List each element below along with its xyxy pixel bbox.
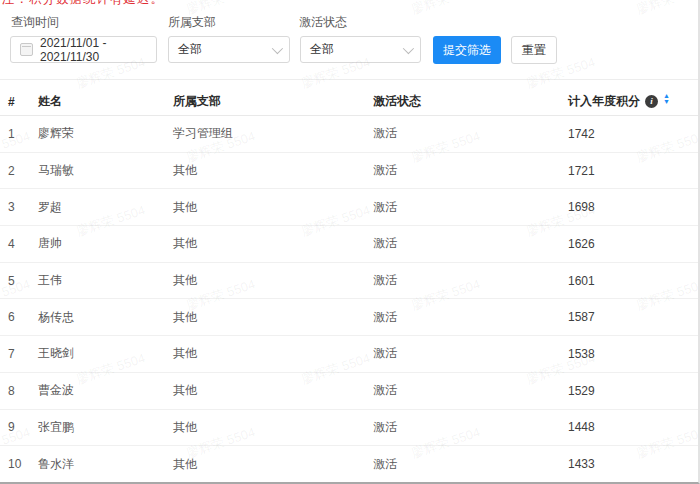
branch-filter-label: 所属支部 [168, 14, 216, 31]
reset-button[interactable]: 重置 [511, 36, 557, 64]
name-cell: 廖辉荣 [38, 125, 173, 142]
rank-cell: 8 [8, 384, 38, 398]
col-header-branch: 所属支部 [173, 93, 373, 110]
rank-cell: 10 [8, 457, 38, 471]
branch-cell: 其他 [173, 235, 373, 252]
points-cell: 1601 [568, 274, 700, 288]
chevron-down-icon [403, 42, 414, 53]
branch-cell: 其他 [173, 162, 373, 179]
table-row: 8 曹金波 其他 激活 1529 [0, 373, 700, 410]
status-cell: 激活 [373, 272, 568, 289]
points-cell: 1626 [568, 237, 700, 251]
name-cell: 唐帅 [38, 235, 173, 252]
chevron-down-icon [272, 42, 283, 53]
table-body: 1 廖辉荣 学习管理组 激活 1742 2 马瑞敏 其他 激活 1721 3 罗… [0, 116, 700, 483]
branch-cell: 其他 [173, 199, 373, 216]
submit-filter-button[interactable]: 提交筛选 [433, 36, 501, 64]
date-range-input[interactable]: 2021/11/01 - 2021/11/30 [10, 36, 157, 63]
points-ranking-page: 注：积分数据统计有延迟。 查询时间 所属支部 激活状态 2021/11/01 -… [0, 0, 700, 484]
branch-cell: 其他 [173, 272, 373, 289]
table-row: 2 马瑞敏 其他 激活 1721 [0, 153, 700, 190]
status-cell: 激活 [373, 382, 568, 399]
status-cell: 激活 [373, 125, 568, 142]
name-cell: 王伟 [38, 272, 173, 289]
status-cell: 激活 [373, 199, 568, 216]
points-cell: 1529 [568, 384, 700, 398]
ranking-table: # 姓名 所属支部 激活状态 计入年度积分 i ▲ ▼ 1 廖辉荣 学习管理组 … [0, 88, 700, 483]
status-select[interactable]: 全部 [300, 36, 421, 63]
rank-cell: 3 [8, 200, 38, 214]
status-cell: 激活 [373, 309, 568, 326]
table-row: 6 杨传忠 其他 激活 1587 [0, 299, 700, 336]
rank-cell: 4 [8, 237, 38, 251]
name-cell: 张宜鹏 [38, 419, 173, 436]
sort-down-icon[interactable]: ▼ [663, 102, 670, 108]
info-icon[interactable]: i [645, 95, 658, 108]
status-select-value: 全部 [310, 41, 334, 58]
col-header-status: 激活状态 [373, 93, 568, 110]
rank-cell: 1 [8, 127, 38, 141]
name-cell: 马瑞敏 [38, 162, 173, 179]
points-cell: 1721 [568, 164, 700, 178]
date-range-value: 2021/11/01 - 2021/11/30 [40, 36, 147, 64]
branch-select[interactable]: 全部 [168, 36, 290, 63]
points-cell: 1742 [568, 127, 700, 141]
branch-cell: 其他 [173, 345, 373, 362]
branch-cell: 其他 [173, 456, 373, 473]
table-row: 10 鲁水洋 其他 激活 1433 [0, 446, 700, 483]
table-row: 9 张宜鹏 其他 激活 1448 [0, 410, 700, 447]
status-cell: 激活 [373, 345, 568, 362]
name-cell: 杨传忠 [38, 309, 173, 326]
name-cell: 鲁水洋 [38, 456, 173, 473]
rank-cell: 2 [8, 164, 38, 178]
table-header-row: # 姓名 所属支部 激活状态 计入年度积分 i ▲ ▼ [0, 88, 700, 116]
name-cell: 罗超 [38, 199, 173, 216]
name-cell: 王晓剑 [38, 345, 173, 362]
clipped-red-note: 注：积分数据统计有延迟。 [2, 0, 164, 8]
branch-cell: 其他 [173, 382, 373, 399]
watermark-text: 廖辉荣 5504 [409, 0, 483, 19]
status-cell: 激活 [373, 419, 568, 436]
table-row: 1 廖辉荣 学习管理组 激活 1742 [0, 116, 700, 153]
col-header-name: 姓名 [38, 93, 173, 110]
branch-cell: 学习管理组 [173, 125, 373, 142]
name-cell: 曹金波 [38, 382, 173, 399]
col-header-rank: # [8, 95, 38, 109]
status-cell: 激活 [373, 235, 568, 252]
watermark-text: 廖辉荣 5504 [634, 0, 698, 19]
branch-select-value: 全部 [178, 41, 202, 58]
points-cell: 1433 [568, 457, 700, 471]
table-row: 4 唐帅 其他 激活 1626 [0, 226, 700, 263]
rank-cell: 5 [8, 274, 38, 288]
status-cell: 激活 [373, 456, 568, 473]
points-cell: 1698 [568, 200, 700, 214]
points-cell: 1538 [568, 347, 700, 361]
calendar-icon [20, 43, 33, 56]
table-row: 7 王晓剑 其他 激活 1538 [0, 336, 700, 373]
branch-cell: 其他 [173, 419, 373, 436]
rank-cell: 9 [8, 420, 38, 434]
points-cell: 1448 [568, 420, 700, 434]
date-filter-label: 查询时间 [11, 14, 59, 31]
table-row: 5 王伟 其他 激活 1601 [0, 263, 700, 300]
status-filter-label: 激活状态 [299, 14, 347, 31]
rank-cell: 7 [8, 347, 38, 361]
sort-control[interactable]: ▲ ▼ [663, 96, 670, 108]
table-row: 3 罗超 其他 激活 1698 [0, 189, 700, 226]
col-header-points-label: 计入年度积分 [568, 93, 640, 110]
status-cell: 激活 [373, 162, 568, 179]
rank-cell: 6 [8, 310, 38, 324]
section-divider [0, 79, 698, 80]
points-cell: 1587 [568, 310, 700, 324]
col-header-points: 计入年度积分 i ▲ ▼ [568, 93, 700, 110]
branch-cell: 其他 [173, 309, 373, 326]
